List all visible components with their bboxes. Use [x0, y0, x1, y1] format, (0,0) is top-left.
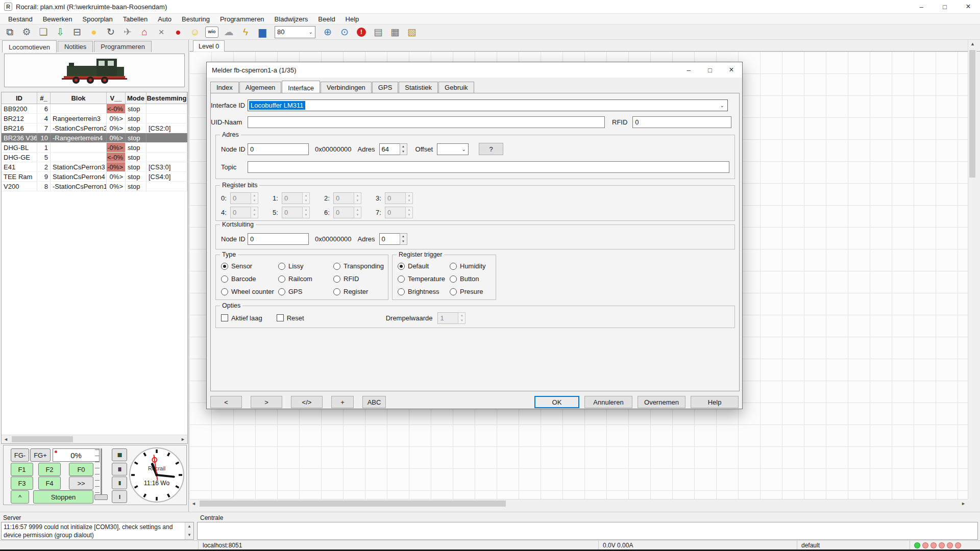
type-radio-railcom[interactable]: Railcom — [278, 275, 312, 283]
list-horizontal-scrollbar[interactable]: ◄ ► — [2, 435, 187, 443]
trigger-radio-presure[interactable]: Presure — [450, 288, 483, 295]
column-header[interactable]: Blok — [51, 92, 107, 104]
workspace-icon[interactable]: ⧉ — [3, 26, 16, 39]
dialog-tab-verbindingen[interactable]: Verbindingen — [321, 82, 372, 93]
checkbox-reset[interactable]: Reset — [277, 314, 304, 322]
dialog-tab-algemeen[interactable]: Algemeen — [239, 82, 282, 93]
dialog-tab-gps[interactable]: GPS — [372, 82, 398, 93]
menu-spoorplan[interactable]: Spoorplan — [78, 15, 118, 23]
tab-notities[interactable]: Notities — [58, 41, 93, 52]
adres-spinner[interactable]: 64 ▲▼ — [379, 143, 407, 155]
nav-button-[interactable]: </> — [291, 396, 323, 408]
scroll-thumb[interactable] — [969, 50, 975, 178]
trigger-radio-default[interactable]: Default — [398, 262, 429, 270]
scroll-up-icon[interactable]: ▲ — [968, 40, 977, 48]
canvas-horizontal-scrollbar[interactable]: ◄ ► — [189, 499, 968, 508]
interface-id-combo[interactable]: Locobuffer LM311 ⌄ — [248, 99, 728, 111]
connect-icon[interactable]: ϟ — [239, 26, 252, 39]
scroll-thumb[interactable] — [200, 500, 506, 507]
spinner-arrows-icon[interactable]: ▲▼ — [400, 143, 407, 155]
type-radio-sensor[interactable]: Sensor — [221, 262, 252, 270]
query-icon[interactable]: ✈ — [121, 26, 134, 39]
address-help-button[interactable]: ? — [479, 143, 503, 155]
scroll-down-icon[interactable]: ▼ — [185, 531, 193, 540]
menu-auto[interactable]: Auto — [153, 15, 177, 23]
table-row[interactable]: TEE Ram9StationCsPerron40%>stop[CS4:0] — [2, 172, 187, 182]
table-row[interactable]: V2008-StationCsPerron10%>stop — [2, 182, 187, 191]
monitor-icon[interactable]: ▆ — [256, 26, 269, 39]
rfid-field[interactable]: 0 — [632, 116, 731, 128]
power-bulb-icon[interactable]: ● — [87, 26, 101, 39]
menu-bestand[interactable]: Bestand — [3, 15, 38, 23]
f0-button[interactable]: F0 — [69, 463, 93, 476]
column-header[interactable]: V__ — [107, 92, 126, 104]
trigger-radio-button[interactable]: Button — [450, 275, 479, 283]
chevron-down-icon[interactable]: ⌄ — [462, 146, 468, 152]
dialog-tab-index[interactable]: Index — [210, 82, 239, 93]
scroll-right-icon[interactable]: ► — [179, 435, 187, 443]
speed-step-i[interactable]: I — [112, 490, 127, 503]
menu-bladwijzers[interactable]: Bladwijzers — [270, 15, 313, 23]
alert-icon[interactable]: ! — [355, 26, 368, 39]
tab-locomotieven[interactable]: Locomotieven — [2, 40, 57, 53]
dialog-maximize-icon[interactable]: □ — [699, 62, 721, 78]
save-icon[interactable]: ⇩ — [54, 26, 67, 39]
more-functions-button[interactable]: >> — [69, 477, 93, 490]
type-radio-gps[interactable]: GPS — [278, 288, 302, 295]
f1-button[interactable]: F1 — [11, 463, 33, 476]
fader-thumb[interactable] — [94, 494, 108, 500]
nav-button-[interactable]: < — [210, 396, 242, 408]
scroll-left-icon[interactable]: ◄ — [2, 435, 10, 443]
dialog-tab-interface[interactable]: Interface — [282, 81, 320, 93]
maximize-icon[interactable]: □ — [933, 0, 957, 14]
canvas-vertical-scrollbar[interactable]: ▲ ▼ — [968, 40, 976, 508]
clipboard-icon[interactable]: ▧ — [405, 26, 419, 39]
refresh-icon[interactable]: ↻ — [104, 26, 117, 39]
emergency-stop-icon[interactable]: ● — [172, 26, 185, 39]
column-header[interactable]: Bestemming — [146, 92, 187, 104]
zoom-fit-icon[interactable]: ⊙ — [338, 26, 351, 39]
dialog-tab-statistiek[interactable]: Statistiek — [399, 82, 438, 93]
table-row[interactable]: DHG-GE5<-0%stop — [2, 153, 187, 162]
fg-plus-button[interactable]: FG+ — [30, 448, 51, 462]
spinner-arrows-icon[interactable]: ▲▼ — [400, 233, 407, 245]
menu-help[interactable]: Help — [340, 15, 364, 23]
dialog-minimize-icon[interactable]: – — [678, 62, 699, 78]
nav-button-[interactable]: > — [251, 396, 282, 408]
help-button[interactable]: Help — [691, 396, 739, 408]
speed-step-iii[interactable]: III — [112, 463, 127, 475]
ok-button[interactable]: OK — [534, 396, 579, 408]
chevron-down-icon[interactable]: ⌄ — [720, 103, 726, 108]
annuleren-button[interactable]: Annuleren — [584, 396, 632, 408]
menu-beeld[interactable]: Beeld — [313, 15, 340, 23]
wio-wifi-icon[interactable]: wio — [205, 27, 218, 38]
menu-tabellen[interactable]: Tabellen — [118, 15, 153, 23]
zoom-level-select[interactable]: 80⌄ — [275, 26, 315, 38]
column-header[interactable]: ID — [2, 92, 37, 104]
centrale-message-box[interactable] — [197, 522, 978, 540]
dialog-tab-gebruik[interactable]: Gebruik — [438, 82, 474, 93]
fg-minus-button[interactable]: FG- — [11, 448, 29, 462]
minimize-icon[interactable]: – — [910, 0, 933, 14]
speed-fader[interactable] — [94, 448, 108, 502]
scroll-up-icon[interactable]: ▲ — [185, 522, 193, 531]
topic-field[interactable] — [248, 161, 729, 173]
close-box-icon[interactable]: × — [155, 26, 168, 39]
dialog-close-icon[interactable]: × — [721, 62, 742, 78]
table-row[interactable]: BB92006<-0%stop — [2, 104, 187, 114]
stop-button[interactable]: Stoppen — [33, 490, 93, 504]
type-radio-lissy[interactable]: Lissy — [278, 262, 304, 270]
tab-programmeren[interactable]: Programmeren — [94, 41, 152, 52]
ks-node-id-field[interactable]: 0 — [248, 233, 309, 245]
type-radio-wheel-counter[interactable]: Wheel counter — [221, 288, 274, 295]
type-radio-transponding[interactable]: Transponding — [333, 262, 384, 270]
node-id-field[interactable]: 0 — [248, 143, 309, 155]
ks-adres-spinner[interactable]: 0 ▲▼ — [379, 233, 407, 245]
uid-naam-field[interactable] — [248, 116, 605, 128]
menu-programmeren[interactable]: Programmeren — [215, 15, 270, 23]
column-header[interactable]: Mode — [126, 92, 146, 104]
menu-besturing[interactable]: Besturing — [177, 15, 215, 23]
trigger-radio-temperature[interactable]: Temperature — [398, 275, 445, 283]
speed-step-ii[interactable]: II — [112, 477, 127, 489]
table-row[interactable]: E412StationCsPerron3-0%>stop[CS3:0] — [2, 162, 187, 172]
